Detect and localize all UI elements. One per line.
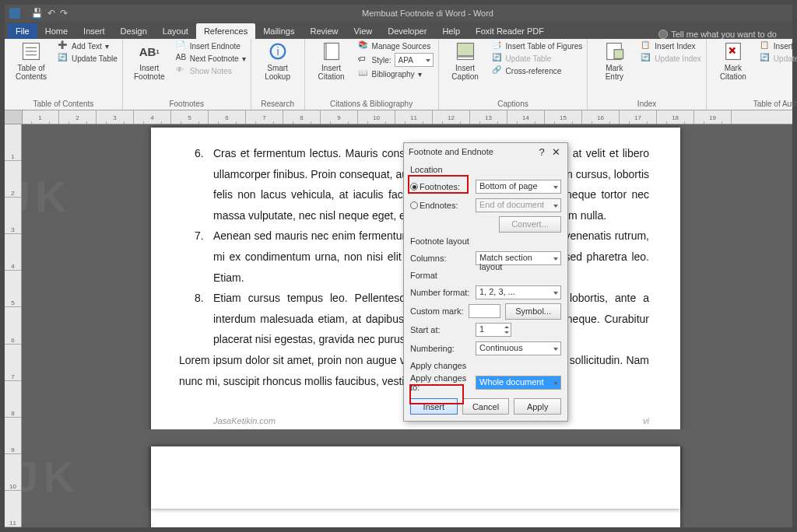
citation-icon (321, 40, 342, 62)
update-toa-icon: 🔄 (760, 53, 771, 64)
footnotes-radio[interactable]: Footnotes: (410, 182, 471, 191)
cross-ref-icon: 🔗 (492, 65, 503, 76)
radio-on-icon (410, 183, 418, 191)
tab-developer[interactable]: Developer (380, 23, 434, 39)
toc-icon (20, 40, 42, 62)
section-layout: Footnote layout (410, 236, 561, 246)
tab-file[interactable]: File (8, 23, 37, 39)
list-number: 6. (195, 143, 204, 164)
tab-review[interactable]: Review (303, 23, 346, 39)
mark-citation-button[interactable]: Mark Citation (711, 40, 755, 81)
insert-tof-button[interactable]: 📑Insert Table of Figures (492, 40, 583, 51)
manage-sources-icon: 📚 (358, 40, 369, 51)
tof-icon: 📑 (492, 40, 503, 51)
numbering-label: Numbering: (410, 344, 471, 353)
tab-view[interactable]: View (346, 23, 381, 39)
start-at-input[interactable]: 1 (476, 323, 511, 337)
insert-caption-button[interactable]: Insert Caption (444, 40, 487, 81)
tab-help[interactable]: Help (434, 23, 468, 39)
section-format: Format (410, 271, 561, 280)
list-number: 7. (195, 226, 204, 247)
tab-insert[interactable]: Insert (75, 23, 113, 39)
apply-to-select[interactable]: Whole document (476, 376, 561, 390)
insert-toa-button[interactable]: 📋Insert Table of Authorities (760, 40, 797, 51)
tab-references[interactable]: References (196, 23, 255, 39)
insert-citation-button[interactable]: Insert Citation (310, 40, 353, 81)
smart-lookup-icon: i (267, 40, 289, 62)
mark-entry-icon (603, 40, 625, 62)
dialog-title: Footnote and Endnote (409, 147, 493, 156)
save-icon[interactable]: 💾 (31, 8, 43, 19)
ribbon: Table of Contents ➕Add Text ▾ 🔄Update Ta… (5, 39, 792, 110)
style-value: APA (395, 53, 434, 67)
insert-index-button[interactable]: 📋Insert Index (641, 40, 701, 51)
tab-home[interactable]: Home (37, 23, 75, 39)
insert-endnote-button[interactable]: 📄Insert Endnote (176, 40, 246, 51)
columns-select[interactable]: Match section layout (476, 251, 561, 265)
style-select[interactable]: 🏷Style: APA (358, 53, 434, 67)
footnote-endnote-dialog: Footnote and Endnote ? ✕ Location Footno… (403, 142, 568, 422)
bulb-icon (658, 30, 668, 39)
tell-me[interactable]: Tell me what you want to do (658, 30, 792, 39)
manage-sources-button[interactable]: 📚Manage Sources (358, 40, 434, 51)
insert-index-icon: 📋 (641, 40, 651, 51)
group-footnotes: Footnotes (128, 98, 246, 110)
close-icon[interactable]: ✕ (549, 146, 563, 158)
section-apply: Apply changes (410, 361, 561, 370)
svg-rect-9 (457, 57, 473, 60)
footer-left: JasaKetikin.com (213, 413, 276, 429)
update-table-button[interactable]: 🔄Update Table (58, 53, 118, 64)
group-captions: Captions (444, 98, 583, 110)
cancel-button[interactable]: Cancel (462, 398, 510, 415)
tab-layout[interactable]: Layout (155, 23, 196, 39)
footer-right: vi (643, 413, 649, 429)
help-icon[interactable]: ? (535, 146, 549, 158)
vertical-ruler[interactable]: 1234567891011 (5, 124, 22, 527)
numbering-select[interactable]: Continuous (476, 341, 561, 355)
symbol-button[interactable]: Symbol... (505, 303, 561, 320)
custom-mark-label: Custom mark: (410, 306, 464, 316)
mark-citation-icon (722, 40, 744, 62)
update-toa-button[interactable]: 🔄Update Table (760, 53, 797, 64)
insert-footnote-button[interactable]: AB1 Insert Footnote (128, 40, 171, 81)
update-tof-icon: 🔄 (492, 53, 503, 64)
show-notes-button[interactable]: 👁Show Notes (176, 65, 246, 76)
endnote-icon: 📄 (176, 40, 187, 51)
group-index: Index (592, 98, 701, 110)
undo-icon[interactable]: ↶ (47, 8, 55, 19)
next-page (151, 446, 680, 509)
update-tof-button[interactable]: 🔄Update Table (492, 53, 583, 64)
update-icon: 🔄 (58, 53, 68, 64)
mark-entry-button[interactable]: Mark Entry (592, 40, 636, 81)
redo-icon[interactable]: ↷ (60, 8, 68, 19)
cross-reference-button[interactable]: 🔗Cross-reference (492, 65, 583, 76)
custom-mark-input[interactable] (469, 304, 501, 318)
next-footnote-button[interactable]: ABNext Footnote ▾ (176, 53, 246, 64)
tab-foxit[interactable]: Foxit Reader PDF (468, 23, 552, 39)
apply-button[interactable]: Apply (514, 398, 561, 415)
tell-me-label: Tell me what you want to do (671, 30, 777, 39)
number-format-select[interactable]: 1, 2, 3, ... (476, 285, 561, 299)
start-at-label: Start at: (410, 325, 471, 334)
smart-lookup-button[interactable]: i Smart Lookup (256, 40, 300, 81)
word-icon (9, 8, 20, 19)
footnotes-location-select[interactable]: Bottom of page (476, 180, 561, 194)
tab-mailings[interactable]: Mailings (255, 23, 302, 39)
style-icon: 🏷 (358, 54, 369, 65)
update-index-button[interactable]: 🔄Update Index (641, 53, 701, 64)
toc-button[interactable]: Table of Contents (9, 40, 53, 81)
svg-rect-11 (614, 50, 623, 59)
group-research: Research (256, 98, 300, 110)
add-text-button[interactable]: ➕Add Text ▾ (58, 40, 118, 51)
group-citations: Citations & Bibliography (310, 98, 434, 110)
footnote-icon: AB1 (139, 40, 160, 62)
columns-label: Columns: (410, 254, 471, 263)
add-text-icon: ➕ (58, 40, 68, 51)
bibliography-button[interactable]: 📖Bibliography ▾ (358, 68, 434, 79)
tab-design[interactable]: Design (113, 23, 155, 39)
horizontal-ruler[interactable]: 12345678910111213141516171819 (5, 110, 792, 124)
svg-rect-8 (457, 44, 473, 56)
insert-button[interactable]: Insert (410, 398, 458, 415)
update-index-icon: 🔄 (641, 53, 651, 64)
endnotes-radio[interactable]: Endnotes: (410, 201, 471, 210)
